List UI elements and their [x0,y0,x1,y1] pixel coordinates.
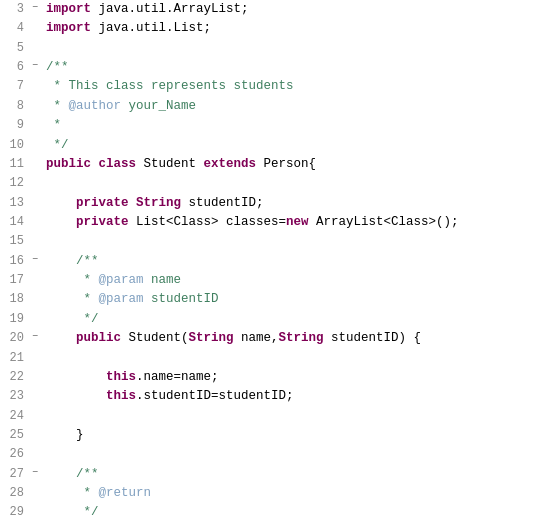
token: @param [99,292,144,306]
fold-button[interactable]: − [28,465,42,481]
line-number: 24 [0,407,28,426]
line-number: 13 [0,194,28,213]
token: * [46,79,69,93]
code-tokens: * @author your_Name [42,97,541,116]
token [46,331,76,345]
code-tokens: /** [42,252,541,271]
line-number: 10 [0,136,28,155]
token: */ [46,505,99,519]
token: private [76,196,129,210]
code-tokens: this.name=name; [42,368,541,387]
line-number: 14 [0,213,28,232]
token: import [46,21,91,35]
token: * [46,118,61,132]
token: * [46,273,99,287]
code-tokens: /** [42,58,541,77]
code-tokens: */ [42,136,541,155]
line-number: 5 [0,39,28,58]
line-number: 20 [0,329,28,348]
line-number: 3 [0,0,28,19]
token [46,370,106,384]
token [129,196,137,210]
fold-button[interactable]: − [28,329,42,345]
code-tokens: */ [42,310,541,329]
token: String [279,331,324,345]
token [46,389,106,403]
code-tokens: */ [42,503,541,520]
token: new [286,215,309,229]
line-number: 18 [0,290,28,309]
line-number: 6 [0,58,28,77]
line-number: 15 [0,232,28,251]
code-tokens: * [42,116,541,135]
code-line: 9 * [0,116,541,135]
code-tokens: private List<Class> classes=new ArrayLis… [42,213,541,232]
code-line: 28 * @return [0,484,541,503]
line-number: 4 [0,19,28,38]
line-number: 8 [0,97,28,116]
token: /** [46,254,99,268]
fold-button[interactable]: − [28,252,42,268]
code-line: 11public class Student extends Person{ [0,155,541,174]
token: /** [46,467,99,481]
code-area: 3−import java.util.ArrayList;4import jav… [0,0,541,520]
token: Student [136,157,204,171]
code-line: 18 * @param studentID [0,290,541,309]
token: studentID) { [324,331,422,345]
code-tokens: public class Student extends Person{ [42,155,541,174]
line-number: 26 [0,445,28,464]
token: /** [46,60,69,74]
token: List<Class> classes= [129,215,287,229]
code-line: 21 [0,349,541,368]
token: public [76,331,121,345]
code-line: 22 this.name=name; [0,368,541,387]
code-line: 26 [0,445,541,464]
line-number: 19 [0,310,28,329]
code-line: 17 * @param name [0,271,541,290]
code-line: 8 * @author your_Name [0,97,541,116]
line-number: 23 [0,387,28,406]
code-line: 25 } [0,426,541,445]
line-number: 29 [0,503,28,520]
code-line: 13 private String studentID; [0,194,541,213]
token: Person{ [256,157,316,171]
code-line: 4import java.util.List; [0,19,541,38]
token: java.util.ArrayList; [91,2,249,16]
token: @return [99,486,152,500]
code-line: 19 */ [0,310,541,329]
token: public [46,157,91,171]
line-number: 21 [0,349,28,368]
line-number: 11 [0,155,28,174]
line-number: 7 [0,77,28,96]
code-tokens: * @return [42,484,541,503]
code-line: 27− /** [0,465,541,484]
code-tokens: private String studentID; [42,194,541,213]
code-tokens: this.studentID=studentID; [42,387,541,406]
fold-button[interactable]: − [28,0,42,16]
token: String [189,331,234,345]
token: .studentID=studentID; [136,389,294,403]
code-tokens: * This class represents students [42,77,541,96]
token: .name=name; [136,370,219,384]
fold-button[interactable]: − [28,58,42,74]
token: studentID [144,292,219,306]
token: * [46,486,99,500]
code-tokens: } [42,426,541,445]
code-tokens: * @param studentID [42,290,541,309]
token: import [46,2,91,16]
line-number: 9 [0,116,28,135]
token [46,215,76,229]
token: String [136,196,181,210]
line-number: 22 [0,368,28,387]
code-line: 12 [0,174,541,193]
token: } [46,428,84,442]
token: class represents students [99,79,294,93]
code-line: 3−import java.util.ArrayList; [0,0,541,19]
line-number: 27 [0,465,28,484]
token: studentID; [181,196,264,210]
token [46,196,76,210]
token [91,157,99,171]
code-line: 29 */ [0,503,541,520]
token: this [106,370,136,384]
token: This [69,79,99,93]
